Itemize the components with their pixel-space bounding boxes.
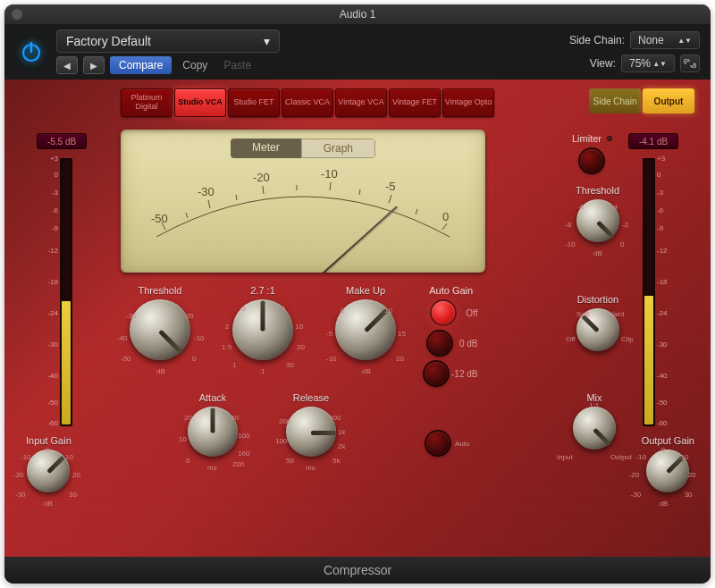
copy-button[interactable]: Copy — [177, 57, 213, 73]
view-label: View: — [590, 57, 616, 70]
output-meter — [643, 158, 655, 426]
toolbar: Factory Default ▾ ◀ ▶ Compare Copy Paste… — [4, 24, 711, 80]
svg-line-12 — [416, 209, 417, 214]
autogain-12db-button[interactable] — [425, 362, 448, 385]
tab-studio-fet[interactable]: Studio FET — [228, 88, 280, 117]
input-meter — [60, 158, 72, 426]
threshold-knob[interactable] — [130, 299, 190, 360]
next-preset-button[interactable]: ▶ — [83, 56, 105, 74]
vu-meter: Meter Graph -50 -30 -20 — [121, 130, 485, 273]
svg-line-11 — [359, 189, 360, 195]
preset-name: Factory Default — [66, 34, 151, 48]
svg-line-4 — [263, 186, 264, 194]
svg-line-7 — [442, 223, 447, 230]
svg-line-8 — [186, 213, 188, 218]
view-zoom-select[interactable]: 75%▲▼ — [621, 55, 675, 72]
close-icon[interactable] — [12, 9, 22, 20]
release-auto-button[interactable] — [426, 432, 450, 455]
limiter-led-icon — [607, 136, 612, 141]
sidechain-select[interactable]: None▲▼ — [630, 31, 700, 49]
input-gain-knob[interactable] — [27, 449, 70, 492]
autogain-group: Auto Gain Off 0 dB -12 dB — [425, 285, 477, 389]
limiter-button[interactable] — [580, 149, 603, 172]
model-tabs: Platinum Digital Studio VCA Studio FET C… — [121, 88, 494, 117]
release-label: Release — [286, 392, 336, 403]
prev-preset-button[interactable]: ◀ — [56, 56, 78, 74]
attack-label: Attack — [188, 392, 238, 403]
vu-mode-graph[interactable]: Graph — [301, 139, 375, 158]
svg-line-9 — [236, 195, 237, 200]
power-button[interactable] — [15, 36, 47, 68]
titlebar: Audio 1 — [4, 4, 711, 24]
compare-button[interactable]: Compare — [110, 56, 172, 74]
input-db-readout: -5.5 dB — [37, 133, 87, 149]
tab-vintage-opto[interactable]: Vintage Opto — [442, 88, 494, 117]
mix-knob[interactable] — [573, 407, 616, 449]
threshold-label: Threshold — [130, 285, 190, 296]
link-icon[interactable] — [680, 55, 700, 72]
tab-classic-vca[interactable]: Classic VCA — [282, 88, 333, 117]
preset-selector[interactable]: Factory Default ▾ — [56, 29, 280, 53]
paste-button[interactable]: Paste — [218, 57, 257, 73]
window-title: Audio 1 — [340, 8, 376, 21]
makeup-label: Make Up — [335, 285, 396, 296]
chevron-down-icon: ▾ — [264, 34, 270, 48]
plugin-name: Compressor — [4, 557, 711, 584]
limiter-threshold-label: Threshold — [576, 185, 619, 196]
autogain-0db-button[interactable] — [428, 332, 451, 355]
output-gain-label: Output Gain — [642, 435, 694, 446]
input-gain-label: Input Gain — [26, 435, 72, 446]
tab-vintage-fet[interactable]: Vintage FET — [389, 88, 441, 117]
ratio-label: 2.7 :1 — [232, 285, 293, 296]
sidechain-label: Side Chain: — [569, 34, 625, 46]
svg-line-3 — [208, 200, 210, 208]
tab-vintage-vca[interactable]: Vintage VCA — [335, 88, 387, 117]
tab-platinum-digital[interactable]: Platinum Digital — [121, 88, 172, 117]
svg-line-6 — [389, 195, 391, 203]
autogain-off-button[interactable] — [432, 301, 455, 324]
svg-line-5 — [330, 182, 331, 190]
tab-studio-vca[interactable]: Studio VCA — [174, 88, 226, 117]
distortion-label: Distortion — [576, 294, 619, 305]
sidechain-panel-button[interactable]: Side Chain — [589, 88, 641, 113]
output-db-readout: -4.1 dB — [628, 133, 678, 149]
plugin-body: Platinum Digital Studio VCA Studio FET C… — [4, 80, 711, 557]
output-panel-button[interactable]: Output — [643, 88, 694, 113]
limiter-label: Limiter — [572, 133, 601, 144]
vu-mode-meter[interactable]: Meter — [231, 139, 301, 158]
